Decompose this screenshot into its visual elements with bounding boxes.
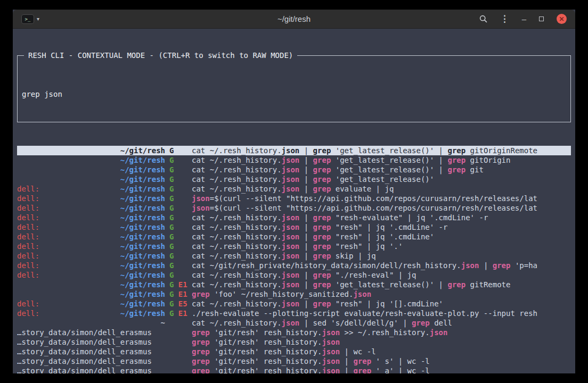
row-command: cat ~/.resh_history.json | grep 'get_lat…: [192, 280, 571, 289]
history-row[interactable]: …story_data/simon/dell_erasmusgrep 'git/…: [17, 328, 571, 337]
minimize-button[interactable]: –: [522, 15, 526, 23]
history-row[interactable]: …story_data/simon/dell_erasmusgrep 'git/…: [17, 337, 571, 347]
history-row[interactable]: dell:~/git/reshGcat ~/git/resh_private/h…: [17, 261, 571, 270]
query-match: grep: [313, 213, 331, 222]
row-context: ~/git/resh: [17, 280, 165, 289]
history-row[interactable]: ~/git/reshG E1cat ~/.resh_history.json |…: [17, 280, 571, 289]
row-command: cat ~/.resh_history.json | grep skip | j…: [192, 251, 571, 261]
row-context: dell:~/git/resh: [17, 261, 165, 270]
close-button[interactable]: ✕: [557, 14, 567, 24]
history-row[interactable]: dell:~/git/reshGcat ~/.resh_history.json…: [17, 270, 571, 280]
row-host: dell:: [17, 261, 39, 270]
row-command: cat ~/git/resh_private/history_data/simo…: [192, 261, 571, 270]
row-command: cat ~/.resh_history.json | sed 's/dell/d…: [192, 318, 571, 328]
row-host: dell:: [17, 222, 39, 232]
titlebar[interactable]: >_ ▾ ~/git/resh ⋮ – ✕: [13, 10, 575, 29]
history-row[interactable]: …story_data/simon/dell_erasmusgrep 'git/…: [17, 366, 571, 373]
history-row[interactable]: dell:~/git/reshGcat ~/.resh_history.json…: [17, 242, 571, 251]
row-command: grep 'git/resh' resh_history.json | grep…: [192, 356, 571, 366]
row-host: …story_data/simon/dell_erasmus: [17, 347, 152, 356]
row-host: dell:: [17, 184, 39, 194]
row-directory: ~/git/resh: [120, 146, 165, 155]
terminal-app-button[interactable]: >_ ▾: [21, 14, 39, 24]
query-match: json: [282, 213, 300, 222]
row-flags: G: [165, 213, 192, 222]
search-icon[interactable]: [479, 15, 487, 23]
history-row[interactable]: dell:~/git/reshGjson=$(curl --silent "ht…: [17, 203, 571, 213]
query-match: grep: [313, 280, 331, 289]
flag-git: G: [169, 261, 174, 270]
history-row[interactable]: dell:~/git/reshGjson=$(curl --silent "ht…: [17, 194, 571, 203]
query-match: json: [282, 252, 300, 260]
flag-git: G: [169, 223, 174, 231]
menu-kebab-icon[interactable]: ⋮: [500, 14, 509, 23]
search-query-input[interactable]: grep json: [22, 89, 566, 99]
query-match: json: [282, 223, 300, 231]
history-row[interactable]: ~/git/reshGcat ~/.resh_history.json | gr…: [17, 146, 571, 155]
row-host: …story_data/simon/dell_erasmus: [17, 366, 152, 373]
row-command: grep 'git/resh' resh_history.json >> ~/.…: [192, 328, 571, 337]
query-match: grep: [313, 175, 331, 184]
history-row[interactable]: dell:~/git/reshG E1./resh-evaluate --plo…: [17, 309, 571, 318]
history-row[interactable]: ~cat ~/.resh_history.json | sed 's/dell/…: [17, 318, 571, 328]
history-row[interactable]: …story_data/simon/dell_erasmusgrep 'git/…: [17, 356, 571, 366]
row-context: dell:~/git/resh: [17, 194, 165, 203]
history-row[interactable]: ~/git/reshGcat ~/.resh_history.json | gr…: [17, 174, 571, 184]
query-match: grep: [412, 319, 430, 327]
history-row[interactable]: dell:~/git/reshG E5cat ~/.resh_history.j…: [17, 299, 571, 309]
history-row[interactable]: dell:~/git/reshGcat ~/.resh_history.json…: [17, 184, 571, 194]
row-command: cat ~/.resh_history.json | grep 'get_lat…: [192, 146, 571, 155]
history-row[interactable]: ~/git/reshGcat ~/.resh_history.json | gr…: [17, 165, 571, 174]
row-directory: ~/git/resh: [120, 174, 165, 184]
row-command: grep 'foo' ~/resh_history_sanitized.json: [192, 289, 571, 299]
query-match: grep: [447, 146, 466, 155]
row-context: dell:~/git/resh: [17, 299, 165, 309]
row-host: …story_data/simon/dell_erasmus: [17, 328, 152, 337]
query-match: grep: [192, 290, 210, 298]
row-directory: ~: [161, 318, 165, 328]
row-host: dell:: [17, 194, 39, 203]
query-match: json: [430, 328, 448, 337]
history-row[interactable]: ~/git/reshG E1grep 'foo' ~/resh_history_…: [17, 289, 571, 299]
history-row[interactable]: dell:~/git/reshGcat ~/.resh_history.json…: [17, 232, 571, 242]
history-row[interactable]: …story_data/simon/dell_erasmusgrep 'git/…: [17, 347, 571, 356]
flag-git: G: [169, 232, 174, 241]
row-context: ~/git/resh: [17, 289, 165, 299]
row-command: grep 'git/resh' resh_history.json | grep…: [192, 366, 571, 373]
restore-button[interactable]: [539, 16, 544, 21]
history-row[interactable]: dell:~/git/reshGcat ~/.resh_history.json…: [17, 222, 571, 232]
row-flags: G E1: [165, 289, 192, 299]
row-directory: ~/git/resh: [120, 184, 165, 194]
query-match: grep: [447, 165, 466, 174]
history-row[interactable]: dell:~/git/reshGcat ~/.resh_history.json…: [17, 251, 571, 261]
terminal-body[interactable]: RESH CLI - CONTEXTUAL MODE - (CTRL+R to …: [13, 29, 575, 373]
row-flags: G: [165, 146, 192, 155]
row-directory: ~/git/resh: [120, 309, 165, 318]
query-match: json: [282, 271, 300, 279]
row-directory: ~/git/resh: [120, 261, 165, 270]
flag-git: G: [169, 252, 174, 260]
query-match: json: [282, 319, 300, 327]
query-match: json: [461, 261, 479, 270]
query-match: grep: [313, 223, 331, 231]
row-context: dell:~/git/resh: [17, 251, 165, 261]
query-match: json: [282, 185, 300, 193]
row-directory: ~/git/resh: [120, 251, 165, 261]
row-flags: G: [165, 251, 192, 261]
query-match: grep: [313, 252, 331, 260]
history-row[interactable]: ~/git/reshGcat ~/.resh_history.json | gr…: [17, 155, 571, 165]
query-match: json: [322, 338, 340, 346]
restore-icon: [539, 16, 544, 21]
query-match: grep: [313, 271, 331, 279]
row-flags: [165, 328, 192, 337]
row-context: ~/git/resh: [17, 155, 165, 165]
query-match: json: [282, 280, 300, 289]
row-flags: G: [165, 155, 192, 165]
row-context: dell:~/git/resh: [17, 270, 165, 280]
row-directory: ~/git/resh: [120, 270, 165, 280]
query-match: grep: [313, 146, 331, 155]
history-list: ~/git/reshGcat ~/.resh_history.json | gr…: [17, 146, 571, 373]
history-row[interactable]: dell:~/git/reshGcat ~/.resh_history.json…: [17, 213, 571, 222]
query-match: json: [282, 299, 300, 308]
row-flags: [165, 318, 192, 328]
